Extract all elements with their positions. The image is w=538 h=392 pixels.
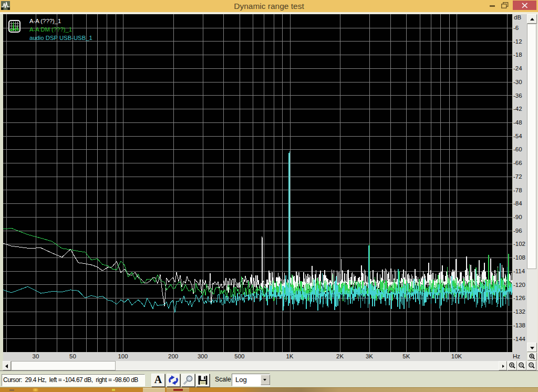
svg-text:A-A DM (???)_1: A-A DM (???)_1: [29, 26, 72, 33]
svg-text:-66: -66: [513, 160, 522, 166]
svg-text:-114: -114: [513, 268, 525, 274]
svg-text:-18: -18: [513, 51, 522, 58]
svg-text:dB: dB: [514, 14, 521, 20]
svg-text:-102: -102: [513, 241, 525, 247]
svg-text:-96: -96: [513, 228, 522, 234]
svg-text:Hz: Hz: [513, 353, 520, 359]
svg-text:100: 100: [118, 353, 128, 359]
svg-text:-30: -30: [513, 79, 522, 85]
svg-text:30: 30: [33, 353, 39, 359]
svg-text:-42: -42: [513, 106, 522, 112]
svg-text:10K: 10K: [451, 353, 462, 359]
svg-text:-60: -60: [513, 146, 522, 152]
svg-text:-126: -126: [513, 295, 525, 301]
svg-text:5K: 5K: [402, 353, 410, 359]
svg-text:-138: -138: [513, 322, 525, 328]
svg-text:1K: 1K: [286, 353, 293, 359]
svg-text:-24: -24: [513, 65, 522, 71]
svg-text:300: 300: [198, 353, 208, 359]
svg-text:-144: -144: [513, 336, 526, 342]
svg-text:-36: -36: [513, 92, 522, 99]
svg-text:-84: -84: [513, 200, 522, 207]
svg-text:-108: -108: [513, 254, 525, 261]
svg-text:audio DSP USB-USB_1: audio DSP USB-USB_1: [29, 35, 92, 41]
svg-text:50: 50: [69, 353, 76, 359]
svg-text:500: 500: [234, 353, 244, 359]
svg-text:A-A (???)_1: A-A (???)_1: [29, 18, 61, 24]
svg-text:-54: -54: [513, 133, 522, 139]
svg-text:-132: -132: [513, 308, 525, 315]
svg-text:-12: -12: [513, 38, 522, 45]
svg-text:-90: -90: [513, 214, 522, 220]
svg-text:-120: -120: [513, 282, 525, 288]
svg-text:-6: -6: [513, 25, 519, 31]
svg-text:-72: -72: [513, 173, 522, 180]
svg-text:200: 200: [168, 353, 178, 359]
svg-text:-48: -48: [513, 119, 522, 126]
svg-text:2K: 2K: [336, 353, 344, 359]
svg-text:3K: 3K: [366, 353, 373, 359]
svg-text:-78: -78: [513, 187, 522, 193]
